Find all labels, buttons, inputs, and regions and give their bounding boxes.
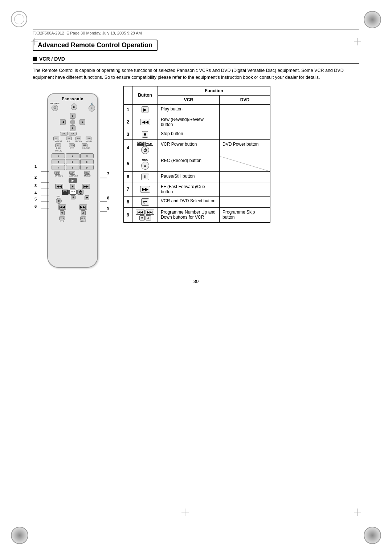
remote-fp-btn: FP F.P.: [66, 137, 72, 143]
row-4-vcr: VCR Power button: [158, 139, 220, 156]
crosshair-bottom-center: [181, 509, 189, 517]
file-info: TX32F500A-2912_E Page 30 Monday, July 18…: [33, 29, 359, 35]
row-6-vcr: Pause/Still button: [158, 171, 220, 182]
dvd-label-4: DVD: [137, 142, 144, 146]
remote-vcr-btn: VCR: [69, 190, 77, 195]
corner-decoration-br: [364, 527, 381, 544]
row-2-num: 2: [124, 115, 132, 129]
table-row: 9 |◀◀ ▶▶| ∨ ∧: [124, 207, 270, 222]
table-row: 2 ◀◀ Rew (Rewind)/Review button: [124, 115, 270, 129]
row-5-dvd: [220, 156, 270, 171]
remote-stop-btn: ■: [70, 184, 75, 189]
row-2-dvd: [220, 115, 270, 129]
remote-play-area: ▶: [50, 178, 95, 183]
remote-down-btn: ▼: [70, 125, 75, 131]
remote-ch-btn: CH: [69, 132, 77, 135]
remote-num-1: 1: [52, 153, 65, 158]
callout-9: 9: [107, 206, 109, 210]
remote-num-5: 5: [66, 159, 79, 164]
corner-decoration-tr: [364, 11, 381, 28]
callout-5: 5: [34, 197, 37, 201]
remote-tvtext-btn: TV TV/TEXT: [53, 137, 62, 143]
table-row: 6 ⏸ Pause/Still button: [124, 171, 270, 182]
callout-3: 3: [34, 183, 37, 188]
row-1-num: 1: [124, 104, 132, 115]
col-header-function: Function: [158, 86, 270, 95]
row-2-vcr: Rew (Rewind)/Review button: [158, 115, 220, 129]
corner-decoration-tl: [11, 11, 27, 27]
callout-1: 1: [34, 164, 37, 169]
row-3-dvd: [220, 129, 270, 139]
rec-text: REC: [142, 158, 148, 161]
crosshair-top-right: [354, 38, 361, 46]
remote-num-2: 2: [66, 153, 79, 158]
remote-transport-extra: ⏸: [71, 195, 75, 204]
row-2-btn: ◀◀: [132, 115, 158, 129]
remote-body: Panasonic PICTURE🔘 ⏻ 🔊≡ ▲ ◀: [47, 93, 98, 268]
remote-misc-row: SRD S/ROUD ASP ASPECT MNU MENU: [52, 171, 94, 177]
row-7-vcr: FF (Fast Forward)/Cue button: [158, 182, 220, 196]
remote-sound-icon: 🔊≡: [89, 102, 95, 112]
callout-4: 4: [34, 191, 37, 195]
row-7-btn: ▶▶: [132, 182, 158, 196]
remote-help-btn: HLP HELP: [80, 216, 86, 223]
remote-recpause-row: REC ● ⏸ ⇄: [52, 195, 94, 204]
table-row: 3 ■ Stop button: [124, 129, 270, 139]
remote-brand: Panasonic: [50, 97, 95, 101]
callout-7: 7: [107, 171, 109, 176]
remote-nav-mid: ◀ ▶: [60, 119, 85, 125]
row-7-num: 7: [124, 182, 132, 196]
crosshair-top-left: [31, 38, 38, 46]
function-table-container: Button Function VCR DVD 1 ▶: [123, 86, 359, 223]
main-content-row: 1 2 3 4 5 6 7 8 9 Panasonic: [33, 86, 359, 268]
remote-pause-btn: ⏸: [71, 195, 75, 199]
table-row: 7 ▶▶ FF (Fast Forward)/Cue button: [124, 182, 270, 196]
remote-rec-btn-area: REC ●: [56, 195, 62, 204]
remote-ok-btn: [70, 119, 75, 125]
remote-small-row: TV TV/TEXT FP F.P. IDX INDEX HLD: [52, 137, 94, 143]
remote-select-area: ⇄: [85, 195, 89, 204]
row-3-vcr: Stop button: [158, 129, 220, 139]
row-6-dvd: [220, 171, 270, 182]
play-icon: ▶: [142, 106, 148, 113]
remote-srndh-btn: SRD S/ROUD: [82, 143, 90, 152]
row-1-btn: ▶: [132, 104, 158, 115]
col-header-num: [124, 86, 132, 104]
table-row: 5 REC ● REC (Record) button: [124, 156, 270, 171]
rec-icon: ●: [141, 162, 149, 170]
remote-skip-row: |◀◀ ▶▶|: [52, 204, 94, 210]
row-5-vcr: REC (Record) button: [158, 156, 220, 171]
remote-num-8: 8: [66, 165, 79, 170]
row-4-btn: DVD VCR ⏻: [132, 139, 158, 156]
row-8-vcr: VCR and DVD Select button: [158, 196, 220, 207]
power-icon-4: ⏻: [141, 146, 149, 154]
skip-fwd-icon: ▶▶|: [146, 210, 154, 215]
pause-icon: ⏸: [141, 174, 149, 180]
row-9-dvd: Programme Skip button: [220, 207, 270, 222]
callout-6: 6: [34, 204, 37, 208]
remote-mini-row: 📼 REC/RVIEW STB STB SRD S/ROUD: [52, 143, 94, 152]
callout-2: 2: [34, 175, 37, 179]
remote-top-row: PICTURE🔘 ⏻ 🔊≡: [50, 102, 95, 112]
remote-section: 1 2 3 4 5 6 7 8 9 Panasonic: [33, 86, 120, 268]
remote-pgup-btn: ∧: [81, 210, 86, 215]
remote-skipfwd-btn: ▶▶|: [79, 204, 87, 210]
remote-nav-down: ▼: [60, 125, 85, 131]
remote-dvdvcr-power: ⏻: [77, 190, 83, 195]
remote-up-btn: ▲: [70, 113, 75, 119]
section-heading-text: VCR / DVD: [39, 56, 65, 62]
row-6-num: 6: [124, 171, 132, 182]
remote-srnd-btn: SRD S/ROUD: [54, 171, 63, 177]
row-3-num: 3: [124, 129, 132, 139]
row-9-vcr: Programme Number Up and Down buttons for…: [158, 207, 220, 222]
remote-power-btn: ⏻: [71, 104, 77, 110]
crosshair-bottom-right: [354, 509, 361, 517]
table-row: 1 ▶ Play button: [124, 104, 270, 115]
remote-right-btn: ▶: [79, 119, 85, 125]
remote-rew-btn: ◀◀: [55, 184, 63, 189]
remote-select-btn: ⇄: [85, 195, 89, 200]
remote-pgdn-btn: ∨: [60, 210, 65, 215]
remote-rec-mini: 📼 REC/RVIEW: [55, 143, 62, 152]
remote-vol-row: VOL CH: [60, 132, 85, 135]
row-9-num: 9: [124, 207, 132, 222]
